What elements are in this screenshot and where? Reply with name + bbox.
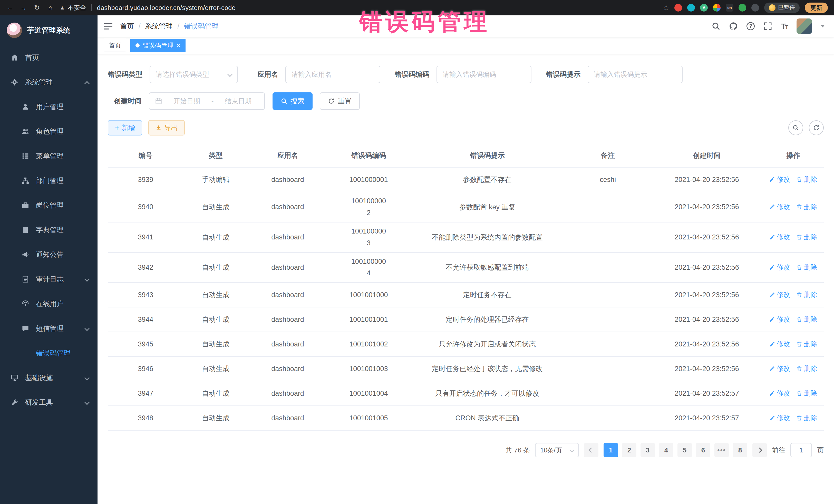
cell-app: dashboard — [248, 283, 327, 307]
sidebar-item-errorcode[interactable]: 错误码管理 — [0, 341, 97, 366]
edit-link[interactable]: 修改 — [769, 175, 790, 184]
page-button-2[interactable]: 2 — [622, 443, 636, 457]
error-hint-input[interactable] — [588, 66, 683, 83]
page-button-8[interactable]: 8 — [733, 443, 747, 457]
edit-link[interactable]: 修改 — [769, 290, 790, 299]
sidebar-item-dept[interactable]: 部门管理 — [0, 168, 97, 193]
error-code-input[interactable] — [437, 66, 531, 83]
column-header: 应用名 — [248, 144, 327, 167]
edit-link[interactable]: 修改 — [769, 413, 790, 422]
cell-actions: 修改删除 — [763, 332, 824, 356]
tab-home[interactable]: 首页 — [104, 39, 126, 52]
sidebar-logo[interactable]: 芋道管理系统 — [0, 15, 97, 45]
sidebar-item-menu[interactable]: 菜单管理 — [0, 144, 97, 168]
extension-icon-3[interactable] — [713, 4, 721, 12]
cell-id: 3943 — [108, 283, 183, 307]
tab-error-code[interactable]: 错误码管理 × — [130, 39, 185, 52]
hamburger-icon[interactable] — [104, 23, 113, 30]
extension-icon-4[interactable] — [739, 4, 746, 12]
delete-link[interactable]: 删除 — [796, 364, 817, 373]
delete-link[interactable]: 删除 — [796, 315, 817, 324]
edit-link[interactable]: 修改 — [769, 233, 790, 241]
filter-label-hint: 错误码提示 — [546, 70, 580, 79]
next-page-button[interactable] — [752, 443, 767, 457]
cell-code: 1001001005 — [327, 406, 410, 430]
delete-link[interactable]: 删除 — [796, 263, 817, 272]
prev-page-button[interactable] — [584, 443, 598, 457]
fullscreen-icon[interactable] — [764, 22, 772, 30]
error-type-select[interactable]: 请选择错误码类型 — [150, 66, 238, 83]
extension-icon-1[interactable] — [674, 4, 682, 12]
sidebar-item-home[interactable]: 首页 — [0, 45, 97, 70]
forward-button[interactable]: → — [20, 4, 28, 12]
delete-link[interactable]: 删除 — [796, 202, 817, 212]
delete-link[interactable]: 删除 — [796, 339, 817, 349]
page-button-4[interactable]: 4 — [659, 443, 673, 457]
add-button[interactable]: + 新增 — [108, 120, 142, 135]
sidebar-item-infra[interactable]: 基础设施 — [0, 366, 97, 390]
close-icon[interactable]: × — [177, 42, 180, 49]
extension-badge-on[interactable]: on — [726, 4, 733, 12]
delete-link[interactable]: 删除 — [796, 290, 817, 299]
sidebar-item-notice[interactable]: 通知公告 — [0, 242, 97, 267]
delete-link[interactable]: 删除 — [796, 175, 817, 184]
edit-link[interactable]: 修改 — [769, 263, 790, 272]
refresh-button[interactable] — [809, 120, 824, 135]
edit-link[interactable]: 修改 — [769, 364, 790, 373]
user-avatar[interactable] — [796, 19, 812, 34]
cell-code: 1001000003 — [327, 222, 410, 253]
page-button-3[interactable]: 3 — [640, 443, 655, 457]
edit-link[interactable]: 修改 — [769, 202, 790, 212]
vue-devtools-icon[interactable]: V — [700, 4, 708, 12]
cell-remark — [565, 381, 651, 406]
extension-icon-2[interactable] — [687, 4, 695, 12]
sidebar: 芋道管理系统 首页系统管理用户管理角色管理菜单管理部门管理岗位管理字典管理通知公… — [0, 15, 97, 504]
sidebar-item-user[interactable]: 用户管理 — [0, 94, 97, 119]
delete-link[interactable]: 删除 — [796, 389, 817, 398]
edit-link[interactable]: 修改 — [769, 315, 790, 324]
sidebar-item-sms[interactable]: 短信管理 — [0, 316, 97, 341]
reload-button[interactable]: ↻ — [33, 4, 41, 12]
address-bar[interactable]: dashboard.yudao.iocoder.cn/system/error-… — [97, 4, 236, 12]
search-icon[interactable] — [711, 22, 720, 30]
goto-page-input[interactable] — [790, 443, 812, 457]
pager-ellipsis[interactable]: ••• — [715, 443, 729, 457]
chevron-down-icon[interactable] — [821, 25, 825, 27]
page-button-5[interactable]: 5 — [678, 443, 692, 457]
extension-icon-5[interactable] — [751, 4, 759, 12]
back-button[interactable]: ← — [6, 4, 14, 12]
help-icon[interactable]: ? — [746, 22, 755, 30]
reset-button[interactable]: 重置 — [320, 92, 360, 110]
breadcrumb-home[interactable]: 首页 — [120, 22, 134, 31]
sidebar-item-system[interactable]: 系统管理 — [0, 70, 97, 94]
security-indicator[interactable]: ▲ 不安全 — [60, 4, 86, 12]
sidebar-item-online[interactable]: 在线用户 — [0, 291, 97, 316]
page-size-select[interactable]: 10条/页 — [535, 443, 579, 457]
sidebar-item-post[interactable]: 岗位管理 — [0, 193, 97, 218]
sidebar-item-role[interactable]: 角色管理 — [0, 119, 97, 144]
export-button[interactable]: 导出 — [148, 120, 185, 135]
sidebar-item-audit[interactable]: 审计日志 — [0, 267, 97, 291]
breadcrumb-system[interactable]: 系统管理 — [145, 22, 173, 31]
profile-paused-pill[interactable]: 已暂停 — [764, 3, 799, 13]
update-button[interactable]: 更新 — [805, 3, 828, 13]
page-button-1[interactable]: 1 — [603, 443, 618, 457]
delete-link[interactable]: 删除 — [796, 413, 817, 422]
toggle-search-button[interactable] — [788, 120, 803, 135]
sidebar-item-dict[interactable]: 字典管理 — [0, 218, 97, 242]
font-size-icon[interactable]: TT — [781, 22, 788, 30]
app-name-input[interactable] — [285, 66, 380, 83]
sidebar-item-devtools[interactable]: 研发工具 — [0, 390, 97, 415]
date-range-picker[interactable]: 开始日期 - 结束日期 — [149, 92, 265, 110]
home-button[interactable]: ⌂ — [46, 4, 54, 12]
github-icon[interactable] — [729, 22, 738, 30]
search-button[interactable]: 搜索 — [272, 92, 312, 110]
edit-link[interactable]: 修改 — [769, 339, 790, 349]
page-button-6[interactable]: 6 — [696, 443, 710, 457]
cell-code: 1001001000 — [327, 283, 410, 307]
edit-link[interactable]: 修改 — [769, 389, 790, 398]
table-row: 3940自动生成dashboard1001000002参数配置 key 重复20… — [108, 192, 824, 222]
calendar-icon — [155, 97, 162, 105]
bookmark-star-icon[interactable]: ☆ — [663, 4, 669, 12]
delete-link[interactable]: 删除 — [796, 233, 817, 241]
